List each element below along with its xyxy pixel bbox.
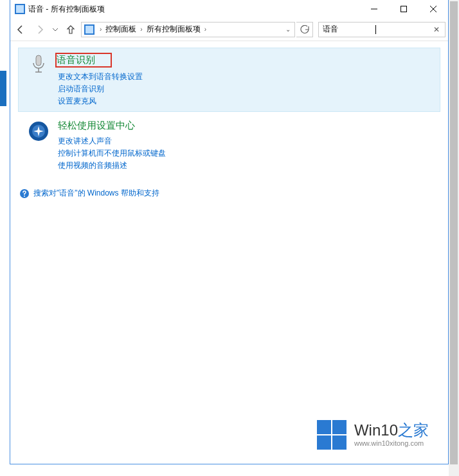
help-search-row[interactable]: 搜索对"语音"的 Windows 帮助和支持 [18,188,440,199]
ease-of-access-icon [27,120,50,143]
close-button[interactable] [419,0,448,18]
breadcrumb-control-panel[interactable]: 控制面板 [104,24,138,35]
address-dropdown-icon[interactable]: ⌄ [282,26,294,33]
watermark-title-b: 之家 [398,421,429,439]
left-blue-accent [0,71,6,106]
control-panel-window: 语音 - 所有控制面板项 [10,0,449,464]
content-area: 语音识别 更改文本到语音转换设置 启动语音识别 设置麦克风 轻松使用设置中心 更… [10,41,448,464]
clear-search-icon[interactable]: ✕ [428,25,445,34]
chevron-right-icon[interactable]: › [202,26,209,33]
breadcrumb-all-items[interactable]: 所有控制面板项 [145,24,202,35]
link-change-narrator-voice[interactable]: 更改讲述人声音 [58,136,437,147]
maximize-button[interactable] [389,0,419,18]
link-change-tts-settings[interactable]: 更改文本到语音转换设置 [58,71,437,82]
help-info-icon [19,188,30,199]
chevron-right-icon[interactable]: › [97,26,104,33]
recent-locations-dropdown[interactable] [50,21,60,39]
category-body: 轻松使用设置中心 更改讲述人声音 控制计算机而不使用鼠标或键盘 使用视频的音频描… [58,118,437,172]
bottom-decorative-strip [0,464,449,476]
navigation-bar: › 控制面板 › 所有控制面板项 › ⌄ 语音 ✕ [10,18,448,41]
search-value: 语音 [319,24,375,35]
refresh-button[interactable] [296,22,313,37]
window-app-icon [15,4,25,14]
svg-rect-7 [86,26,93,33]
minimize-button[interactable] [359,0,389,18]
watermark: Win10之家 www.win10xitong.com [316,419,429,451]
svg-rect-15 [317,420,331,434]
category-body: 语音识别 更改文本到语音转换设置 启动语音识别 设置麦克风 [58,51,437,108]
help-search-text[interactable]: 搜索对"语音"的 Windows 帮助和支持 [33,188,159,199]
svg-rect-18 [332,435,346,450]
watermark-title: Win10之家 [354,423,429,438]
scrollbar-thumb[interactable] [450,1,458,464]
forward-button[interactable] [31,21,49,39]
category-title-speech[interactable]: 语音识别 [55,53,112,68]
category-ease-of-access[interactable]: 轻松使用设置中心 更改讲述人声音 控制计算机而不使用鼠标或键盘 使用视频的音频描… [18,114,440,176]
svg-point-14 [24,196,25,197]
category-title-ease[interactable]: 轻松使用设置中心 [58,120,135,132]
svg-rect-8 [36,55,41,66]
link-start-speech-recognition[interactable]: 启动语音识别 [58,84,437,95]
chevron-right-icon[interactable]: › [138,26,145,33]
svg-rect-3 [401,6,407,12]
link-control-without-mouse[interactable]: 控制计算机而不使用鼠标或键盘 [58,148,437,159]
window-controls [359,0,448,18]
watermark-url: www.win10xitong.com [354,439,429,447]
microphone-icon [27,53,50,76]
watermark-title-a: Win10 [354,421,398,439]
page-scrollbar[interactable] [449,0,459,476]
text-caret [375,25,376,34]
windows-logo-icon [316,419,348,451]
address-bar[interactable]: › 控制面板 › 所有控制面板项 › ⌄ [81,22,295,37]
back-button[interactable] [12,21,30,39]
category-speech-recognition[interactable]: 语音识别 更改文本到语音转换设置 启动语音识别 设置麦克风 [18,48,440,112]
svg-rect-16 [332,420,346,434]
svg-rect-17 [317,435,331,450]
address-bar-icon [84,24,94,35]
window-title: 语音 - 所有控制面板项 [28,4,359,15]
svg-rect-1 [16,5,24,13]
titlebar: 语音 - 所有控制面板项 [10,0,448,18]
up-button[interactable] [62,21,80,39]
link-audio-description[interactable]: 使用视频的音频描述 [58,160,437,171]
left-decorative-strip [0,0,10,464]
link-setup-microphone[interactable]: 设置麦克风 [58,96,437,107]
search-input[interactable]: 语音 ✕ [318,22,446,37]
